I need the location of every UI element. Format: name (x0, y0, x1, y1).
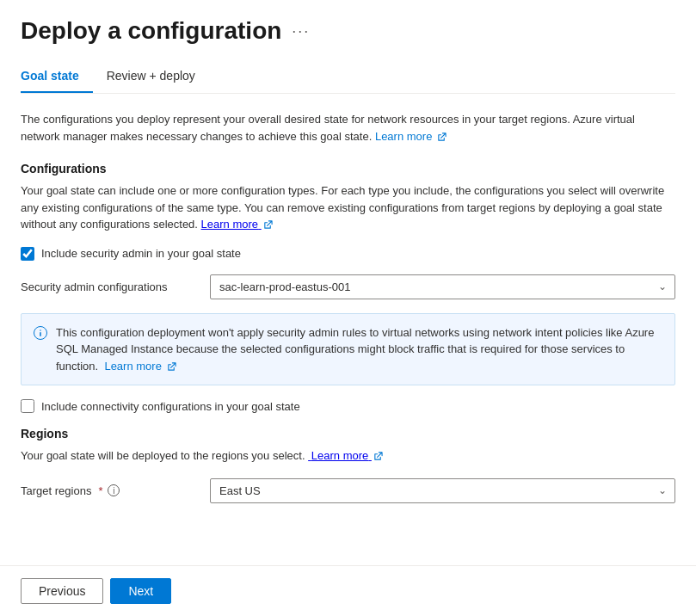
include-security-admin-checkbox[interactable] (21, 247, 34, 261)
page-title: Deploy a configuration (21, 17, 281, 45)
more-options-icon[interactable]: ··· (292, 22, 310, 40)
learn-more-link-1[interactable]: Learn more (375, 130, 447, 143)
goal-state-description: The configurations you deploy represent … (21, 111, 675, 145)
external-link-icon-3 (167, 362, 176, 372)
next-button[interactable]: Next (110, 578, 171, 604)
info-circle-icon (34, 325, 47, 346)
footer-bar: Previous Next (0, 565, 696, 616)
svg-rect-1 (40, 332, 41, 336)
target-regions-select-wrapper: East US ⌄ (210, 478, 675, 503)
svg-point-2 (40, 330, 41, 331)
external-link-icon-1 (437, 132, 447, 142)
security-admin-select[interactable]: sac-learn-prod-eastus-001 (210, 274, 675, 299)
tab-review-deploy[interactable]: Review + deploy (107, 62, 209, 93)
info-box-text: This configuration deployment won't appl… (56, 324, 662, 375)
required-star: * (98, 484, 102, 497)
previous-button[interactable]: Previous (21, 578, 103, 604)
regions-title: Regions (21, 427, 675, 440)
configurations-description: Your goal state can include one or more … (21, 182, 675, 233)
target-regions-label: Target regions (21, 484, 91, 497)
tab-goal-state[interactable]: Goal state (21, 62, 93, 93)
info-box: This configuration deployment won't appl… (21, 313, 675, 386)
security-admin-select-wrapper: sac-learn-prod-eastus-001 ⌄ (210, 274, 675, 299)
configurations-title: Configurations (21, 162, 675, 176)
regions-learn-more-link[interactable]: Learn more (308, 449, 383, 462)
external-link-icon-4 (373, 452, 383, 461)
include-connectivity-label[interactable]: Include connectivity configurations in y… (41, 400, 300, 413)
regions-description: Your goal state will be deployed to the … (21, 447, 675, 465)
target-regions-info-icon[interactable]: i (108, 484, 120, 496)
external-link-icon-2 (263, 220, 273, 230)
security-admin-field-label: Security admin configurations (21, 280, 210, 293)
target-regions-select[interactable]: East US (210, 478, 675, 503)
include-connectivity-checkbox[interactable] (21, 399, 34, 413)
tabs-row: Goal state Review + deploy (21, 62, 675, 94)
learn-more-link-2[interactable]: Learn more (201, 218, 273, 231)
info-box-learn-more-link[interactable]: Learn more (102, 360, 176, 373)
include-security-admin-label[interactable]: Include security admin in your goal stat… (41, 247, 241, 260)
